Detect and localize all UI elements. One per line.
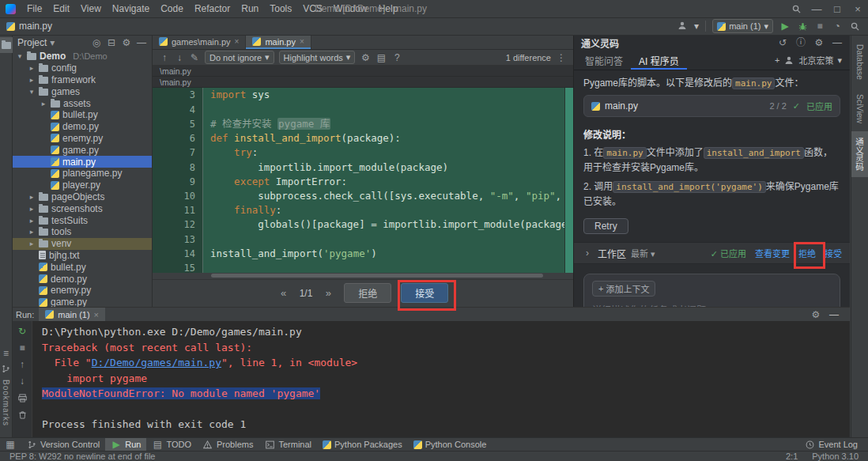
tree-item-game.py[interactable]: game.py bbox=[13, 144, 152, 156]
editor-tab-games\main.py[interactable]: games\main.py× bbox=[153, 35, 246, 49]
diff-change-scrollbar[interactable] bbox=[564, 88, 573, 272]
tree-item-config[interactable]: ▸config bbox=[13, 62, 152, 74]
tool-window-switcher-icon[interactable]: ▦ bbox=[5, 439, 16, 450]
close-icon[interactable]: × bbox=[300, 37, 304, 46]
tree-item-game.py[interactable]: game.py bbox=[13, 297, 152, 307]
workspace-accept-link[interactable]: 接受 bbox=[825, 247, 842, 259]
scrollbar-thumb[interactable] bbox=[211, 274, 543, 278]
menu-item-tools[interactable]: Tools bbox=[264, 0, 297, 17]
chevron-right-icon[interactable]: ▸ bbox=[28, 205, 36, 213]
chevron-down-icon[interactable]: ▾ bbox=[28, 88, 36, 96]
status-message[interactable]: PEP 8: W292 no newline at end of file bbox=[9, 452, 155, 461]
gear-icon[interactable]: ⚙ bbox=[810, 309, 821, 320]
profiler-icon[interactable]: ◔ bbox=[832, 21, 843, 32]
right-rail-item-Database[interactable]: Database bbox=[853, 38, 867, 86]
search-icon[interactable] bbox=[849, 21, 860, 32]
workspace-latest-dropdown[interactable]: 最新 ▾ bbox=[631, 247, 655, 259]
menu-item-refactor[interactable]: Refactor bbox=[189, 0, 236, 17]
tree-item-bullet.py[interactable]: bullet.py bbox=[13, 261, 152, 273]
tree-item-enemy.py[interactable]: enemy.py bbox=[13, 285, 152, 297]
chevron-right-icon[interactable]: ▸ bbox=[28, 240, 36, 248]
user-icon[interactable] bbox=[677, 20, 688, 31]
tree-item-venv[interactable]: ▸venv bbox=[13, 238, 152, 250]
tree-item-planegame.py[interactable]: planegame.py bbox=[13, 168, 152, 179]
chevron-right-icon[interactable]: ▸ bbox=[28, 76, 36, 84]
down-icon[interactable]: ↓ bbox=[174, 52, 185, 63]
run-configuration-combo[interactable]: main (1) ▾ bbox=[712, 19, 773, 33]
tree-item-bjhg.txt[interactable]: bjhg.txt bbox=[13, 250, 152, 262]
info-icon[interactable]: ⓘ bbox=[795, 37, 806, 48]
tree-item-demo.py[interactable]: demo.py bbox=[13, 273, 152, 285]
ai-file-card[interactable]: main.py 2 / 2 ✓ 已应用 bbox=[583, 95, 840, 117]
file-breadcrumb[interactable]: main.py bbox=[6, 21, 52, 32]
tree-item-assets[interactable]: ▸assets bbox=[13, 97, 152, 109]
clear-icon[interactable] bbox=[17, 409, 28, 420]
search-icon[interactable] bbox=[786, 0, 806, 17]
previous-difference-icon[interactable]: « bbox=[277, 287, 290, 299]
ignore-policy-dropdown[interactable]: Do not ignore ▾ bbox=[205, 51, 274, 64]
ai-account[interactable]: + 北京宏策 ▾ bbox=[775, 54, 847, 66]
run-tab[interactable]: main (1) × bbox=[39, 308, 105, 321]
editor-tab-main.py[interactable]: main.py× bbox=[246, 35, 311, 49]
clipboard-icon[interactable]: ▤ bbox=[376, 52, 387, 63]
horizontal-scrollbar[interactable] bbox=[153, 273, 573, 279]
ai-tab-智能问答[interactable]: 智能问答 bbox=[577, 51, 631, 70]
settings-icon[interactable]: ⚙ bbox=[121, 37, 132, 48]
tree-item-screenshots[interactable]: ▸screenshots bbox=[13, 202, 152, 214]
chevron-right-icon[interactable]: ▸ bbox=[28, 228, 36, 236]
ai-input-box[interactable]: + 添加上下文 详细描述你的任务或者问题 qwen-2.5 ▾ Ctrl+Ent… bbox=[583, 274, 840, 307]
collapse-all-icon[interactable]: ⊟ bbox=[106, 37, 117, 48]
tool-window-button-event-log[interactable]: Event Log bbox=[798, 439, 863, 450]
up-icon[interactable]: ↑ bbox=[159, 52, 170, 63]
workspace-view-changes-link[interactable]: 查看变更 bbox=[755, 247, 790, 259]
stop-icon[interactable]: ■ bbox=[814, 21, 825, 32]
tool-window-button-terminal[interactable]: Terminal bbox=[259, 438, 317, 451]
diff-editor[interactable]: 3456789101112131415 import sys# 检查并安装 py… bbox=[153, 88, 573, 272]
hide-icon[interactable]: — bbox=[136, 37, 147, 48]
chevron-right-icon[interactable]: ▸ bbox=[28, 193, 36, 201]
chevron-right-icon[interactable]: ▸ bbox=[28, 64, 36, 72]
rerun-icon[interactable]: ↻ bbox=[17, 326, 28, 337]
interpreter-indicator[interactable]: Python 3.10 bbox=[812, 452, 859, 461]
structure-icon[interactable]: ≡ bbox=[1, 348, 12, 359]
scroll-down-icon[interactable]: ↓ bbox=[17, 376, 28, 387]
chevron-down-icon[interactable]: ▾ bbox=[16, 52, 24, 60]
tree-item-main.py[interactable]: main.py bbox=[13, 156, 152, 168]
tree-item-Demo[interactable]: ▾DemoD:\Demo bbox=[13, 51, 152, 62]
chevron-right-icon[interactable]: ▸ bbox=[28, 217, 36, 225]
maximize-icon[interactable]: □ bbox=[827, 0, 847, 17]
menu-item-file[interactable]: File bbox=[21, 0, 47, 17]
tree-item-player.py[interactable]: player.py bbox=[13, 179, 152, 191]
tree-item-framework[interactable]: ▸framework bbox=[13, 74, 152, 86]
tree-item-pageObjects[interactable]: ▸pageObjects bbox=[13, 191, 152, 203]
print-icon[interactable] bbox=[17, 392, 28, 403]
tree-item-games[interactable]: ▾games bbox=[13, 85, 152, 97]
user-icon[interactable] bbox=[677, 20, 688, 32]
gear-icon[interactable]: ⚙ bbox=[810, 309, 821, 320]
highlight-mode-dropdown[interactable]: Highlight words ▾ bbox=[279, 51, 356, 64]
tree-item-testSuits[interactable]: ▸testSuits bbox=[13, 214, 152, 226]
diff-reject-button[interactable]: 拒绝 bbox=[344, 283, 391, 303]
add-context-chip[interactable]: + 添加上下文 bbox=[592, 281, 655, 297]
tool-window-button-version-control[interactable]: Version Control bbox=[21, 438, 105, 451]
chevron-right-icon[interactable]: ▸ bbox=[40, 100, 47, 108]
switcher-icon[interactable]: ▦ bbox=[5, 439, 16, 450]
tree-item-tools[interactable]: ▸tools bbox=[13, 226, 152, 238]
settings-icon[interactable]: ⚙ bbox=[813, 37, 825, 48]
tree-item-enemy.py[interactable]: enemy.py bbox=[13, 133, 152, 145]
history-icon[interactable]: ↺ bbox=[777, 37, 788, 48]
close-icon[interactable]: × bbox=[235, 37, 240, 46]
caret-position[interactable]: 2:1 bbox=[786, 452, 798, 461]
run-icon[interactable]: ▶ bbox=[779, 21, 791, 32]
close-icon[interactable]: × bbox=[94, 310, 99, 319]
console-output[interactable]: D:\Python\python.exe D:/Demo/games/main.… bbox=[32, 321, 850, 437]
project-tool-button[interactable] bbox=[0, 37, 13, 53]
tree-item-demo.py[interactable]: demo.py bbox=[13, 121, 152, 133]
menu-item-code[interactable]: Code bbox=[155, 0, 189, 17]
chevron-right-icon[interactable]: › bbox=[582, 248, 593, 259]
menu-item-navigate[interactable]: Navigate bbox=[107, 0, 155, 17]
stacktrace-link[interactable]: D:/Demo/games/main.py bbox=[92, 357, 221, 368]
new-session-icon[interactable]: + bbox=[775, 55, 779, 65]
tool-window-button-problems[interactable]: Problems bbox=[197, 438, 259, 451]
locate-icon[interactable]: ◎ bbox=[91, 37, 102, 48]
